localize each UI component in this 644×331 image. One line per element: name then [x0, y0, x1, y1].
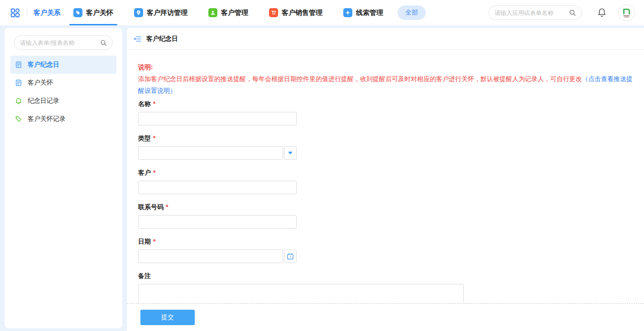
sidebar-search-input[interactable] — [20, 39, 100, 46]
notice-body: 添加客户纪念日后根据设置的推送提醒，每年会根据日期控件里的值进行提醒，收到提醒后… — [138, 73, 639, 96]
required-asterisk: * — [153, 168, 155, 177]
sidebar-item-label: 客户关怀记录 — [28, 115, 66, 123]
type-select[interactable] — [138, 146, 639, 160]
field-label-text: 类型 — [138, 134, 151, 143]
tab-label: 客户拜访管理 — [147, 9, 187, 17]
select-dropdown-button[interactable] — [284, 146, 297, 160]
calendar-button[interactable]: 7 — [284, 249, 297, 263]
notice-heading: 说明: — [138, 61, 639, 73]
field-label-text: 联系号码 — [138, 202, 163, 211]
required-asterisk: * — [166, 202, 168, 211]
tab-leads-management[interactable]: 线索管理 — [343, 0, 383, 25]
sidebar-item-anniversary-records[interactable]: 纪念日记录 — [10, 92, 116, 110]
sidebar-item-label: 客户纪念日 — [28, 61, 59, 69]
field-label: 客户 * — [138, 168, 639, 177]
field-date: 日期 * 7 — [138, 237, 639, 263]
search-icon[interactable] — [569, 9, 576, 16]
sidebar-item-label: 客户关怀 — [28, 79, 53, 87]
notice-text: 添加客户纪念日后根据设置的推送提醒，每年会根据日期控件里的值进行提醒，收到提醒后… — [138, 75, 582, 82]
tab-customer-visit[interactable]: 客户拜访管理 — [134, 0, 187, 25]
app-tabs: 客户关怀 客户拜访管理 客户管理 — [73, 0, 383, 25]
tab-label: 客户销售管理 — [282, 9, 322, 17]
notice-block: 说明: 添加客户纪念日后根据设置的推送提醒，每年会根据日期控件里的值进行提醒，收… — [138, 61, 639, 96]
tab-customer-sales[interactable]: 客户销售管理 — [269, 0, 322, 25]
form-icon — [15, 61, 22, 68]
app-window: 客户关系 客户关怀 客户拜访管理 — [0, 0, 644, 331]
field-label-text: 备注 — [138, 271, 151, 280]
chevron-down-icon — [288, 152, 293, 154]
required-asterisk: * — [153, 237, 155, 246]
location-pin-icon — [134, 8, 143, 17]
tab-label: 客户管理 — [221, 9, 248, 17]
required-asterisk: * — [153, 134, 155, 143]
page-title: 客户纪念日 — [146, 35, 178, 43]
field-label: 备注 — [138, 271, 639, 280]
tab-customer-management[interactable]: 客户管理 — [208, 0, 248, 25]
tag-icon — [73, 8, 82, 17]
app-search[interactable] — [489, 5, 582, 20]
field-type: 类型 * — [138, 134, 639, 160]
field-label-text: 客户 — [138, 168, 151, 177]
date-picker[interactable]: 7 — [138, 249, 639, 263]
brand-divider — [27, 9, 27, 17]
sidebar-menu: 客户纪念日 客户关怀 纪念日记录 — [5, 56, 122, 128]
notification-bell-icon[interactable] — [597, 8, 606, 18]
field-label: 日期 * — [138, 237, 639, 246]
sidebar-search[interactable] — [14, 35, 113, 50]
date-input[interactable] — [138, 249, 283, 263]
field-contact-number: 联系号码 * — [138, 202, 639, 229]
form-footer: 提交 — [127, 303, 644, 331]
customer-input[interactable] — [138, 181, 297, 194]
contact-number-input[interactable] — [138, 215, 297, 229]
app-search-input[interactable] — [495, 10, 569, 16]
svg-text:7: 7 — [289, 255, 291, 259]
field-customer: 客户 * — [138, 168, 639, 194]
all-apps-pill[interactable]: 全部 — [398, 5, 426, 20]
tab-label: 客户关怀 — [86, 9, 113, 17]
sidebar-item-label: 纪念日记录 — [28, 97, 59, 105]
search-icon[interactable] — [100, 39, 107, 46]
person-icon — [208, 8, 217, 17]
field-label: 联系号码 * — [138, 202, 639, 211]
company-logo-avatar[interactable] — [618, 5, 635, 21]
main-header: 客户纪念日 — [127, 28, 644, 50]
bell-icon — [15, 97, 22, 105]
cart-icon — [269, 8, 278, 17]
name-input[interactable] — [138, 112, 297, 125]
brand: 客户关系 — [10, 8, 61, 18]
tab-label: 线索管理 — [356, 9, 383, 17]
form-content: 说明: 添加客户纪念日后根据设置的推送提醒，每年会根据日期控件里的值进行提醒，收… — [127, 50, 644, 311]
star-icon — [343, 8, 352, 17]
form-icon — [15, 79, 22, 86]
field-name: 名称 * — [138, 99, 639, 125]
submit-button[interactable]: 提交 — [140, 310, 195, 325]
tab-customer-care[interactable]: 客户关怀 — [73, 0, 113, 25]
field-label-text: 日期 — [138, 237, 151, 246]
app-name[interactable]: 客户关系 — [34, 9, 61, 17]
topbar: 客户关系 客户关怀 客户拜访管理 — [0, 0, 644, 25]
required-asterisk: * — [153, 99, 155, 108]
sidebar-item-customer-care-records[interactable]: 客户关怀记录 — [10, 110, 116, 128]
calendar-icon: 7 — [287, 253, 294, 260]
tag-icon — [15, 115, 22, 123]
sidebar: 客户纪念日 客户关怀 纪念日记录 — [5, 28, 122, 328]
sidebar-item-customer-care[interactable]: 客户关怀 — [10, 74, 116, 92]
field-label: 名称 * — [138, 99, 639, 108]
field-label-text: 名称 — [138, 99, 151, 108]
collapse-sidebar-icon[interactable] — [133, 35, 141, 43]
main-panel: 客户纪念日 说明: 添加客户纪念日后根据设置的推送提醒，每年会根据日期控件里的值… — [127, 28, 644, 331]
field-label: 类型 * — [138, 134, 639, 143]
type-select-value[interactable] — [138, 146, 283, 160]
sidebar-item-customer-anniversary[interactable]: 客户纪念日 — [10, 56, 116, 74]
app-grid-icon[interactable] — [10, 8, 20, 18]
